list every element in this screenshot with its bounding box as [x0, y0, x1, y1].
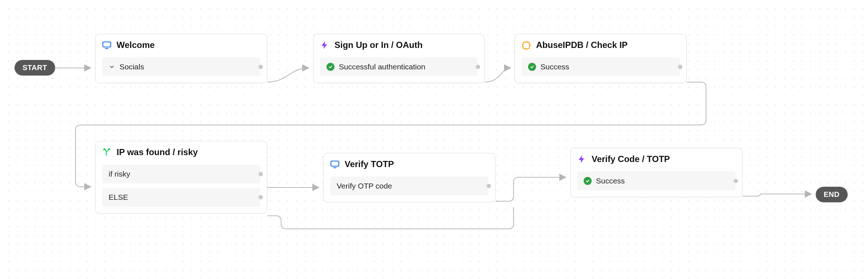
- node-abuseip[interactable]: AbuseIPDB / Check IP Success: [515, 34, 687, 83]
- row-label: ELSE: [109, 193, 128, 202]
- start-label: START: [23, 64, 47, 72]
- svg-rect-0: [103, 42, 111, 47]
- svg-rect-2: [331, 161, 339, 166]
- row-label: Success: [596, 177, 625, 185]
- start-pill: START: [15, 60, 55, 76]
- node-title: IP was found / risky: [117, 147, 198, 157]
- node-risky[interactable]: IP was found / risky if risky ELSE: [95, 141, 267, 214]
- node-title: Sign Up or In / OAuth: [334, 40, 423, 50]
- puzzle-icon: [522, 40, 531, 50]
- node-row[interactable]: Success: [577, 171, 735, 190]
- output-port[interactable]: [259, 172, 263, 176]
- node-title: Verify Code / TOTP: [592, 154, 670, 164]
- row-label: Success: [540, 62, 569, 71]
- node-row[interactable]: Verify OTP code: [330, 177, 488, 195]
- output-port[interactable]: [734, 179, 738, 183]
- check-icon: [326, 63, 334, 71]
- node-row[interactable]: Socials: [102, 57, 260, 76]
- lightning-icon: [320, 40, 329, 50]
- check-icon: [584, 177, 592, 185]
- node-welcome[interactable]: Welcome Socials: [95, 34, 267, 83]
- node-title: Welcome: [117, 40, 155, 50]
- node-row[interactable]: Successful authentication: [320, 57, 478, 76]
- monitor-icon: [102, 40, 111, 50]
- node-verify-totp[interactable]: Verify TOTP Verify OTP code: [323, 153, 495, 202]
- row-label: Verify OTP code: [337, 182, 392, 190]
- output-port[interactable]: [678, 65, 682, 69]
- chevron-down-icon: [109, 64, 115, 70]
- end-label: END: [824, 190, 840, 198]
- check-icon: [528, 63, 536, 71]
- node-row[interactable]: Success: [522, 57, 680, 76]
- branch-icon: [102, 147, 111, 157]
- row-label: if risky: [109, 170, 130, 178]
- node-verify-code[interactable]: Verify Code / TOTP Success: [570, 148, 742, 197]
- node-row-if[interactable]: if risky: [102, 165, 260, 183]
- node-oauth[interactable]: Sign Up or In / OAuth Successful authent…: [313, 34, 484, 83]
- monitor-icon: [330, 159, 340, 169]
- node-row-else[interactable]: ELSE: [102, 188, 260, 207]
- lightning-icon: [577, 154, 587, 164]
- row-label: Successful authentication: [339, 62, 425, 71]
- node-title: Verify TOTP: [345, 159, 394, 169]
- output-port[interactable]: [259, 195, 263, 199]
- output-port[interactable]: [487, 184, 491, 188]
- output-port[interactable]: [476, 65, 480, 69]
- end-pill: END: [816, 187, 848, 202]
- node-title: AbuseIPDB / Check IP: [536, 40, 628, 50]
- row-label: Socials: [119, 62, 144, 71]
- output-port[interactable]: [259, 65, 263, 69]
